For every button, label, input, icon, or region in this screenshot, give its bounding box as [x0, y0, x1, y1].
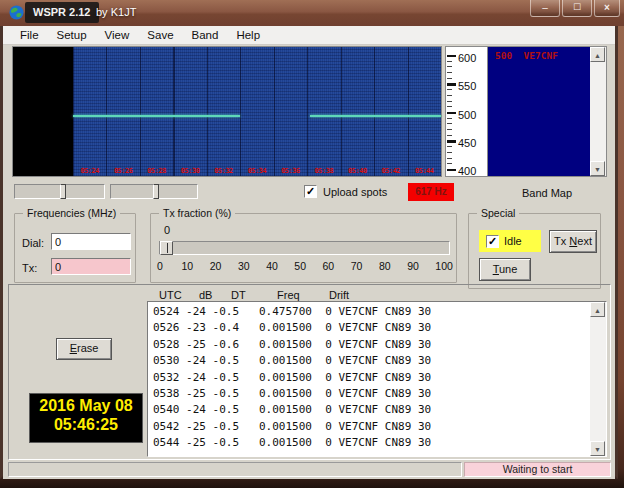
- col-header-db: dB: [199, 289, 212, 301]
- tune-button[interactable]: Tune: [479, 258, 531, 281]
- frequency-scale: 600550500450400: [445, 46, 489, 177]
- decode-row: 0538 -25 -0.5 0.001500 0 VE7CNF CN89 30: [153, 386, 590, 402]
- tx-fraction-slider[interactable]: [159, 241, 450, 255]
- waterfall-time-label: 05:26: [106, 167, 139, 175]
- decode-row: 0524 -24 -0.5 0.475700 0 VE7CNF CN89 30: [153, 304, 590, 320]
- menu-item[interactable]: View: [96, 27, 139, 43]
- decode-row: 0528 -25 -0.6 0.001500 0 VE7CNF CN89 30: [153, 337, 590, 353]
- waterfall-time-label: 05:36: [274, 167, 307, 175]
- tx-fraction-tick: 90: [407, 260, 419, 272]
- status-message: Waiting to start: [464, 462, 611, 477]
- menu-item[interactable]: File: [11, 27, 48, 43]
- status-bar: [8, 462, 462, 477]
- scale-label: 400: [458, 165, 476, 177]
- upload-spots-label: Upload spots: [323, 186, 387, 198]
- tx-fraction-value: 0: [164, 224, 170, 236]
- special-group: Special ✓ Idle Tx Next Tune: [468, 213, 601, 289]
- tx-next-button[interactable]: Tx Next: [549, 230, 597, 253]
- band-map-title: Band Map: [487, 187, 607, 199]
- wspr-globe-icon: [9, 5, 24, 20]
- tx-fraction-tick: 60: [323, 260, 335, 272]
- tx-fraction-tick: 10: [182, 260, 194, 272]
- erase-button[interactable]: Erase: [56, 338, 112, 360]
- decode-row: 0530 -24 -0.5 0.001500 0 VE7CNF CN89 30: [153, 353, 590, 369]
- col-header-drift: Drift: [329, 289, 349, 301]
- scroll-down-icon[interactable]: ▼: [590, 161, 605, 176]
- scale-major-ticks: [447, 55, 456, 171]
- menu-item[interactable]: Save: [138, 27, 182, 43]
- checkmark-icon: ✓: [488, 235, 497, 247]
- menu-bar: FileSetupViewSaveBandHelp: [3, 26, 615, 45]
- waterfall-zero-slider[interactable]: [110, 184, 198, 199]
- tx-fraction-handle[interactable]: [160, 241, 173, 255]
- client-area: 05:2405:2605:2805:3005:3205:3405:3605:38…: [3, 45, 615, 479]
- tx-fraction-tick: 50: [294, 260, 306, 272]
- scroll-up-icon[interactable]: ▲: [590, 47, 605, 62]
- decode-row: 0532 -24 -0.5 0.001500 0 VE7CNF CN89 30: [153, 370, 590, 386]
- col-header-dt: DT: [231, 289, 246, 301]
- idle-control: ✓ Idle: [479, 230, 541, 252]
- signal-trace: [310, 115, 441, 117]
- decode-row: 0542 -25 -0.5 0.001500 0 VE7CNF CN89 30: [153, 419, 590, 435]
- tx-fraction-legend: Tx fraction (%): [159, 207, 235, 219]
- scroll-down-icon[interactable]: ▼: [590, 441, 605, 456]
- waterfall-time-label: 05:40: [341, 167, 374, 175]
- menu-item[interactable]: Help: [227, 27, 269, 43]
- tx-fraction-tick: 20: [210, 260, 222, 272]
- tx-fraction-tick: 80: [379, 260, 391, 272]
- decode-panel: UTC dB DT Freq Drift 0524 -24 -0.5 0.475…: [8, 284, 611, 460]
- band-map-panel: 500 VE7CNF ▲ ▼: [487, 46, 607, 177]
- scale-label: 450: [458, 137, 476, 149]
- waterfall-time-label: 05:32: [207, 167, 240, 175]
- scroll-up-icon[interactable]: ▲: [590, 302, 605, 317]
- waterfall-time-label: 05:38: [307, 167, 340, 175]
- clock-time: 05:46:25: [30, 416, 142, 434]
- decode-row: 0526 -23 -0.4 0.001500 0 VE7CNF CN89 30: [153, 320, 590, 336]
- waterfall-gain-slider[interactable]: [14, 184, 105, 199]
- tx-input[interactable]: [51, 258, 131, 275]
- idle-label: Idle: [504, 235, 522, 247]
- decode-row: 0544 -25 -0.5 0.001500 0 VE7CNF CN89 30: [153, 435, 590, 451]
- band-map[interactable]: 500 VE7CNF: [488, 47, 590, 176]
- waterfall-spectrum: 05:2405:2605:2805:3005:3205:3405:3605:38…: [73, 47, 441, 176]
- decode-scrollbar[interactable]: ▲ ▼: [590, 302, 606, 456]
- col-header-freq: Freq: [277, 289, 300, 301]
- frequencies-group: Frequencies (MHz) Dial: Tx:: [14, 213, 136, 283]
- band-map-entry[interactable]: 500 VE7CNF: [495, 50, 558, 61]
- rx-freq-alert: 617 Hz: [408, 183, 454, 201]
- slider-handle[interactable]: [153, 184, 159, 199]
- tx-fraction-tick: 40: [266, 260, 278, 272]
- dial-input[interactable]: [51, 233, 131, 250]
- utc-clock: 2016 May 08 05:46:25: [29, 393, 143, 443]
- signal-trace: [73, 115, 240, 117]
- tx-fraction-tick: 70: [351, 260, 363, 272]
- tx-fraction-tick: 100: [435, 260, 453, 272]
- window-title-suffix: by K1JT: [96, 6, 136, 18]
- scale-label: 550: [458, 80, 476, 92]
- upload-spots-checkbox[interactable]: ✓: [304, 185, 317, 198]
- waterfall-display: 05:2405:2605:2805:3005:3205:3405:3605:38…: [12, 46, 442, 177]
- clock-date: 2016 May 08: [30, 397, 142, 415]
- title-bar[interactable]: WSPR 2.12 by K1JT – ☐ ×: [0, 0, 624, 26]
- slider-handle[interactable]: [60, 184, 66, 199]
- tx-fraction-group: Tx fraction (%) 0 0102030405060708090100: [150, 213, 457, 283]
- checkmark-icon: ✓: [306, 185, 315, 197]
- menu-item[interactable]: Setup: [48, 27, 96, 43]
- idle-checkbox[interactable]: ✓: [486, 235, 499, 248]
- scale-label: 500: [458, 109, 476, 121]
- band-map-scrollbar[interactable]: ▲ ▼: [590, 47, 606, 176]
- frequencies-legend: Frequencies (MHz): [23, 207, 120, 219]
- decode-text-area[interactable]: 0524 -24 -0.5 0.475700 0 VE7CNF CN89 300…: [147, 301, 607, 457]
- maximize-icon[interactable]: ☐: [562, 0, 592, 17]
- waterfall-time-label: 05:28: [140, 167, 173, 175]
- waterfall-time-label: 05:34: [240, 167, 273, 175]
- upload-spots-control: ✓ Upload spots: [304, 185, 387, 198]
- scale-label: 600: [458, 52, 476, 64]
- menu-item[interactable]: Band: [183, 27, 228, 43]
- window-title: WSPR 2.12: [25, 2, 99, 23]
- decode-row: 0540 -24 -0.5 0.001500 0 VE7CNF CN89 30: [153, 402, 590, 418]
- wspr-window: WSPR 2.12 by K1JT – ☐ × FileSetupViewSav…: [0, 0, 618, 479]
- close-icon[interactable]: ×: [594, 0, 620, 17]
- minimize-icon[interactable]: –: [530, 0, 560, 17]
- tx-fraction-tick: 0: [155, 260, 165, 272]
